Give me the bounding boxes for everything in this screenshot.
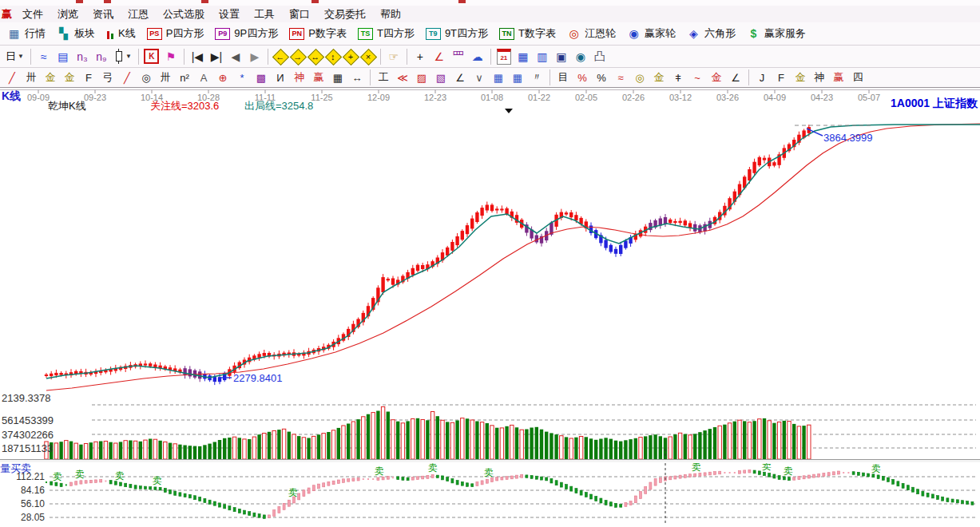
draw-tool-icon[interactable]: 目 xyxy=(553,69,573,86)
draw-tool-icon[interactable]: 赢 xyxy=(829,69,848,86)
symbol-label[interactable]: 1A0001 上证指数 xyxy=(891,97,978,111)
notepad-button[interactable]: ▥ xyxy=(533,47,552,65)
zoom-h-button[interactable]: ↔ xyxy=(307,48,324,65)
calendar-button[interactable]: 21 xyxy=(494,47,514,65)
draw-tool-icon[interactable]: ∨ xyxy=(470,69,489,86)
k-frame-button[interactable]: K xyxy=(142,47,161,65)
draw-tool-icon[interactable]: 金 xyxy=(60,69,79,86)
menu-file[interactable]: 文件 xyxy=(15,6,50,22)
draw-tool-icon[interactable]: 卅 xyxy=(22,69,41,86)
menu-window[interactable]: 窗口 xyxy=(282,6,317,22)
menu-news[interactable]: 资讯 xyxy=(85,6,121,22)
draw-tool-icon[interactable]: ∠ xyxy=(726,69,745,86)
calculator-button[interactable]: ▦ xyxy=(514,47,533,65)
toolbar-winner-service-button[interactable]: $赢家服务 xyxy=(741,24,811,43)
draw-tool-icon[interactable]: % xyxy=(592,69,611,86)
color-flag-button[interactable]: ⚑ xyxy=(161,47,181,65)
zoom-left-button[interactable]: ← xyxy=(272,48,289,65)
toolbar-t-square-button[interactable]: TST四方形 xyxy=(352,24,420,43)
last-page-button[interactable]: ▶| xyxy=(207,47,226,65)
draw-tool-icon[interactable]: 金 xyxy=(791,69,810,86)
mask-tool-button[interactable]: 罒 xyxy=(449,47,468,65)
draw-tool-icon[interactable]: ◎ xyxy=(630,69,649,86)
draw-tool-icon[interactable]: ▨ xyxy=(412,69,431,86)
draw-tool-icon[interactable]: ≪ xyxy=(393,69,412,86)
menu-gann[interactable]: 江恩 xyxy=(121,6,156,22)
toolbar-main: ▦行情▚板块K线PSP四方形P99P四方形PNP数字表TST四方形T99T四方形… xyxy=(0,22,980,46)
draw-tool-icon[interactable]: 四 xyxy=(848,69,867,86)
draw-tool-icon[interactable]: ▦ xyxy=(489,69,508,86)
draw-tool-icon[interactable]: ⊕ xyxy=(213,69,232,86)
zoom-right-button[interactable]: → xyxy=(289,48,307,65)
draw-tool-icon[interactable]: 神 xyxy=(810,69,829,86)
toolbar-9p-square-button[interactable]: P99P四方形 xyxy=(209,24,284,43)
first-page-button[interactable]: |◀ xyxy=(188,47,207,65)
prev-page-button[interactable]: ◀ xyxy=(226,47,245,65)
toolbar-gann-wheel-button[interactable]: ◎江恩轮 xyxy=(561,24,621,43)
toolbar-sectors-button[interactable]: ▚板块 xyxy=(51,24,101,43)
draw-tool-icon[interactable]: ~ xyxy=(688,69,707,86)
draw-tool-icon[interactable]: ▩ xyxy=(252,69,271,86)
toolbar-t-number-table-button[interactable]: TNT数字表 xyxy=(494,24,561,43)
menu-tools[interactable]: 工具 xyxy=(247,6,282,22)
menu-trade-entrust[interactable]: 交易委托 xyxy=(317,6,373,22)
zoom-in-button[interactable]: + xyxy=(342,48,359,65)
draw-tool-icon[interactable]: 金 xyxy=(707,69,726,86)
draw-tool-icon[interactable]: ↔ xyxy=(347,69,367,86)
toolbar-p-square-button[interactable]: PSP四方形 xyxy=(141,24,210,43)
menu-help[interactable]: 帮助 xyxy=(373,6,408,22)
draw-tool-icon[interactable]: 工 xyxy=(374,69,393,86)
draw-tool-icon[interactable]: ▦ xyxy=(328,69,347,86)
draw-tool-icon[interactable]: 金 xyxy=(649,69,669,86)
draw-tool-icon[interactable]: ∠ xyxy=(450,69,470,86)
draw-tool-icon[interactable]: J xyxy=(752,69,772,86)
draw-tool-icon[interactable]: 卅 xyxy=(156,69,175,86)
hand-drag-button[interactable]: ☞ xyxy=(384,47,403,65)
printer-button[interactable]: 凸 xyxy=(590,47,609,65)
toolbar-winner-wheel-button[interactable]: ◉赢家轮 xyxy=(621,24,681,43)
draw-tool-icon[interactable]: A xyxy=(194,69,213,86)
draw-tool-icon[interactable]: 金 xyxy=(41,69,60,86)
draw-tool-icon[interactable]: * xyxy=(232,69,252,86)
net-save-button[interactable]: ◉ xyxy=(571,47,590,65)
menu-formula-stock-pick[interactable]: 公式选股 xyxy=(156,6,212,22)
draw-tool-icon[interactable]: F xyxy=(79,69,98,86)
draw-tool-icon[interactable]: 弓 xyxy=(98,69,117,86)
menu-browse[interactable]: 浏览 xyxy=(50,6,85,22)
draw-tool-icon[interactable]: 神 xyxy=(290,69,309,86)
list-board-button[interactable]: ▤ xyxy=(54,47,73,65)
n3-steps-button[interactable]: n₃ xyxy=(73,47,92,65)
save-button[interactable]: ▣ xyxy=(552,47,571,65)
next-page-button[interactable]: ▶ xyxy=(245,47,264,65)
draw-tool-icon[interactable]: 赢 xyxy=(309,69,328,86)
cloud-tool-button[interactable]: ☁ xyxy=(468,47,487,65)
candle-style-button[interactable]: ▼ xyxy=(111,48,135,65)
draw-tool-icon[interactable]: n² xyxy=(175,69,194,86)
draw-tool-icon[interactable]: ǂ xyxy=(669,69,688,86)
toolbar-9t-square-button[interactable]: T99T四方形 xyxy=(420,24,494,43)
sell-signal-marker: 卖 xyxy=(288,487,298,498)
draw-tool-icon[interactable]: ▧ xyxy=(431,69,450,86)
zoom-out-button[interactable]: × xyxy=(359,48,377,65)
draw-tool-icon[interactable]: И xyxy=(271,69,290,86)
zoom-v-button[interactable]: ↕ xyxy=(324,48,342,65)
toolbar-p-number-table-button[interactable]: PNP数字表 xyxy=(284,24,352,43)
toolbar-kline-button[interactable]: K线 xyxy=(101,24,141,43)
draw-tool-icon[interactable]: ≈ xyxy=(611,69,630,86)
panel-separator[interactable] xyxy=(0,459,980,463)
crosshair-button[interactable]: + xyxy=(411,47,430,65)
draw-tool-icon[interactable]: F xyxy=(772,69,791,86)
draw-tool-icon[interactable]: % xyxy=(573,69,592,86)
angle-tool-button[interactable]: ∠ xyxy=(430,47,449,65)
menu-settings[interactable]: 设置 xyxy=(212,6,247,22)
draw-tool-icon[interactable]: ╱ xyxy=(2,69,22,86)
draw-tool-icon[interactable]: ◎ xyxy=(137,69,156,86)
draw-tool-icon[interactable]: 〃 xyxy=(527,69,546,86)
period-day-button[interactable]: 日▼ xyxy=(2,48,27,65)
draw-tool-icon[interactable]: ▦ xyxy=(508,69,527,86)
draw-tool-icon[interactable]: ╱ xyxy=(117,69,137,86)
toolbar-quotes-button[interactable]: ▦行情 xyxy=(2,24,51,43)
wave-tool-button[interactable]: ≈ xyxy=(34,47,54,65)
n9-steps-button[interactable]: n₉ xyxy=(92,47,111,65)
toolbar-hexagon-button[interactable]: ◈六角形 xyxy=(681,24,741,43)
